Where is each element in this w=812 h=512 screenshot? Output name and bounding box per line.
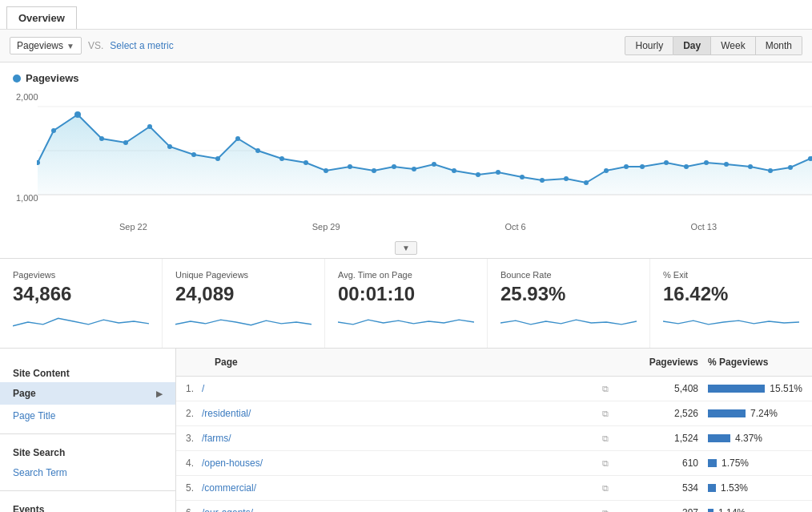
overview-tab[interactable]: Overview: [6, 6, 77, 29]
sidebar-item-page-title-label: Page Title: [13, 410, 55, 421]
time-btn-week[interactable]: Week: [711, 36, 755, 55]
svg-point-14: [255, 148, 260, 153]
row-pv-1: 5,408: [618, 383, 698, 394]
tab-label: Overview: [18, 12, 65, 24]
row-num-6: 6.: [186, 507, 202, 512]
vs-label: VS.: [88, 40, 103, 51]
metric-card-pageviews: Pageviews 34,866: [0, 259, 163, 348]
metric-value-exit: 16.42%: [663, 283, 799, 305]
select-metric-link[interactable]: Select a metric: [110, 40, 173, 51]
sidebar: Site Content Page ▶ Page Title Site Sear…: [0, 349, 176, 512]
table-row: 4. /open-houses/ ⧉ 610 1.75%: [176, 451, 812, 476]
pct-text-1: 15.51%: [770, 383, 802, 394]
copy-icon-6[interactable]: ⧉: [602, 508, 618, 513]
time-btn-hourly[interactable]: Hourly: [625, 36, 673, 55]
sidebar-section-title-site-search: Site Search: [0, 441, 175, 462]
copy-icon-4[interactable]: ⧉: [602, 458, 618, 469]
svg-point-27: [540, 178, 545, 183]
copy-icon-3[interactable]: ⧉: [602, 433, 618, 444]
col-header-pct: % Pageviews: [698, 357, 802, 368]
metric-name-pageviews: Pageviews: [13, 270, 149, 280]
svg-point-38: [768, 168, 773, 173]
collapse-btn[interactable]: ▼: [13, 238, 799, 258]
legend-label: Pageviews: [26, 72, 79, 84]
sparkline-pageviews: [13, 310, 149, 334]
sidebar-section-site-content: Site Content Page ▶ Page Title: [0, 361, 175, 427]
sidebar-divider-1: [0, 433, 175, 434]
svg-point-23: [452, 168, 456, 173]
row-bar-pct-4: 1.75%: [698, 458, 802, 469]
row-link-6[interactable]: /our-agents/: [202, 507, 599, 512]
row-link-4[interactable]: /open-houses/: [202, 458, 599, 469]
time-btn-month[interactable]: Month: [756, 36, 802, 55]
metric-value-bounce: 25.93%: [500, 283, 637, 305]
pct-text-2: 7.24%: [750, 408, 778, 419]
metric-dropdown[interactable]: Pageviews ▼: [10, 37, 82, 54]
copy-icon-5[interactable]: ⧉: [602, 483, 618, 494]
svg-point-33: [664, 160, 669, 165]
svg-point-13: [235, 136, 240, 141]
svg-point-29: [584, 180, 589, 185]
copy-icon-1[interactable]: ⧉: [602, 384, 618, 394]
metric-name-bounce: Bounce Rate: [500, 270, 637, 280]
table-header: Page Pageviews % Pageviews: [176, 349, 812, 377]
row-num-4: 4.: [186, 458, 202, 469]
svg-point-6: [74, 111, 81, 118]
bottom-section: Site Content Page ▶ Page Title Site Sear…: [0, 349, 812, 512]
bar-3: [708, 434, 730, 442]
sidebar-section-title-events: Events: [0, 498, 175, 512]
metric-name-avgtime: Avg. Time on Page: [338, 270, 474, 280]
sidebar-item-page-title[interactable]: Page Title: [0, 405, 175, 427]
sparkline-bounce: [500, 310, 637, 334]
row-link-3[interactable]: /farms/: [202, 433, 599, 444]
row-link-2[interactable]: /residential/: [202, 408, 599, 419]
table-row: 1. / ⧉ 5,408 15.51%: [176, 377, 812, 401]
time-btn-day[interactable]: Day: [673, 36, 711, 55]
row-link-5[interactable]: /commercial/: [202, 482, 599, 494]
row-pv-4: 610: [618, 458, 698, 469]
table-row: 2. /residential/ ⧉ 2,526 7.24%: [176, 401, 812, 426]
bar-1: [708, 385, 765, 393]
row-pv-2: 2,526: [618, 408, 698, 419]
sidebar-item-page[interactable]: Page ▶: [0, 382, 175, 405]
metric-value-pageviews: 34,866: [13, 283, 149, 305]
svg-point-21: [412, 167, 416, 171]
bar-4: [708, 459, 717, 467]
collapse-icon[interactable]: ▼: [395, 241, 417, 255]
svg-point-37: [748, 164, 753, 169]
x-label-sep22: Sep 22: [119, 222, 147, 232]
svg-point-28: [564, 176, 569, 181]
metric-value-unique: 24,089: [175, 283, 312, 305]
chevron-right-icon: ▶: [156, 389, 163, 398]
svg-point-9: [147, 124, 152, 129]
x-label-oct6: Oct 6: [504, 222, 525, 232]
row-pv-3: 1,524: [618, 433, 698, 444]
copy-icon-2[interactable]: ⧉: [602, 409, 618, 419]
svg-point-39: [788, 165, 793, 170]
metric-card-bounce: Bounce Rate 25.93%: [488, 259, 650, 348]
metric-card-avgtime: Avg. Time on Page 00:01:10: [325, 259, 488, 348]
svg-point-22: [432, 162, 436, 167]
bar-2: [708, 409, 746, 417]
row-link-1[interactable]: /: [202, 383, 599, 394]
sidebar-item-search-term[interactable]: Search Term: [0, 462, 175, 484]
row-bar-pct-5: 1.53%: [698, 482, 802, 494]
svg-point-34: [684, 164, 689, 169]
metric-name-unique: Unique Pageviews: [175, 270, 312, 280]
chart-svg: [37, 91, 812, 211]
toolbar-left: Pageviews ▼ VS. Select a metric: [10, 37, 174, 54]
row-num-1: 1.: [186, 383, 202, 394]
metric-value-avgtime: 00:01:10: [338, 283, 474, 305]
sidebar-item-page-label: Page: [13, 388, 36, 399]
svg-point-8: [123, 140, 128, 145]
metrics-row: Pageviews 34,866 Unique Pageviews 24,089…: [0, 259, 812, 349]
metric-dropdown-label: Pageviews: [17, 40, 63, 51]
metric-card-unique: Unique Pageviews 24,089: [163, 259, 325, 348]
svg-point-5: [51, 128, 56, 133]
row-pv-5: 534: [618, 482, 698, 494]
pct-text-6: 1.14%: [718, 507, 746, 512]
svg-point-7: [99, 136, 104, 141]
sparkline-avgtime: [338, 310, 474, 334]
svg-point-25: [496, 170, 500, 175]
row-bar-pct-1: 15.51%: [698, 383, 802, 394]
